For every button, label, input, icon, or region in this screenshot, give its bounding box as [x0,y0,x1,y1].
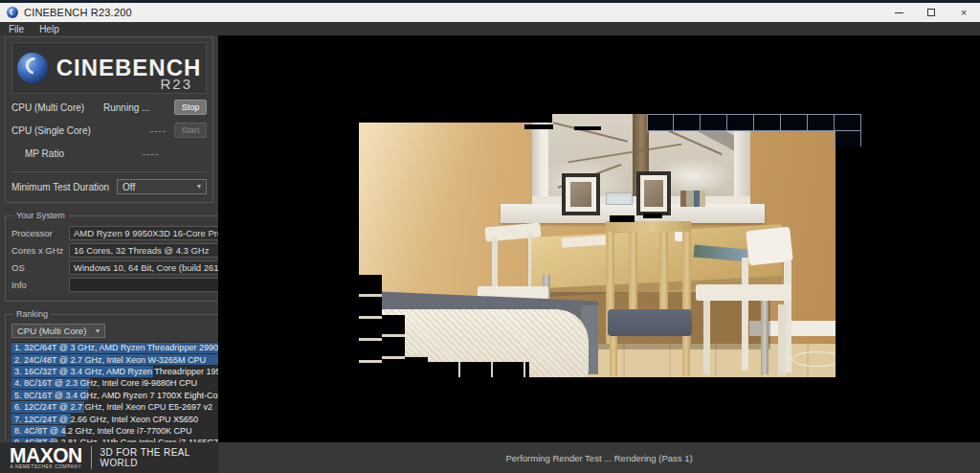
unrendered-tile-row [647,114,861,131]
single-core-row: CPU (Single Core) ---- Start [11,121,207,140]
unrendered-tile [781,114,808,131]
unrendered-tile [701,114,727,131]
maxon-brand: MAXON [10,446,82,466]
multi-core-row: CPU (Multi Core) Running ... Stop [11,98,207,117]
maximize-icon [927,9,935,16]
render-viewport [218,35,980,442]
render-preview [359,114,861,377]
ranking-row-label: 3. 16C/32T @ 3.4 GHz, AMD Ryzen Threadri… [14,367,234,376]
single-core-label: CPU (Single Core) [11,125,103,136]
maxon-footer: MAXON A NEMETSCHEK COMPANY 3D FOR THE RE… [0,442,218,473]
unrendered-tile [727,114,754,131]
close-button[interactable]: × [947,3,980,22]
stop-button[interactable]: Stop [174,100,207,115]
your-system-legend: Your System [13,211,68,220]
mp-ratio-value: ---- [143,148,159,159]
render-bucket-mark [524,124,553,129]
center-chair-leg [682,336,690,376]
duration-label: Minimum Test Duration [11,182,109,192]
unrendered-tile [754,114,781,131]
duration-value: Off [122,182,135,192]
mp-ratio-row: MP Ratio ---- [11,144,207,163]
ranking-row-label: 4. 8C/16T @ 2.3 GHz, Intel Core i9-9880H… [14,378,234,388]
unrendered-tiles-left [359,275,382,377]
tree-branch [553,122,628,142]
ranking-row-label: 5. 8C/16T @ 3.4 GHz, AMD Ryzen 7 1700X E… [14,391,234,400]
books [680,191,705,207]
multi-core-status: Running ... [103,102,149,113]
right-chair-post [742,258,748,371]
tree-branch [568,144,682,164]
window-title: CINEBENCH R23.200 [24,7,132,18]
info-label: Info [11,280,69,290]
center-chair-cushion [608,309,692,336]
center-chair-top-rail [606,221,691,232]
processor-label: Processor [11,228,69,238]
maximize-button[interactable] [915,3,947,22]
menu-bar: File Help [0,22,980,35]
render-bucket-mark [643,214,662,218]
center-chair-leg [610,336,617,376]
menu-item-help[interactable]: Help [39,24,59,34]
ranking-row-label: 1. 32C/64T @ 3 GHz, AMD Ryzen Threadripp… [14,343,234,352]
cores-label: Cores x GHz [11,245,69,256]
render-bucket-mark [574,126,601,130]
window-controls: × [882,3,980,22]
footer-tagline: 3D FOR THE REAL WORLD [100,447,218,468]
start-button[interactable]: Start [174,123,207,138]
left-chair [492,236,498,292]
center-chair-slat [659,232,668,314]
maxon-logo: MAXON A NEMETSCHEK COMPANY [10,446,82,469]
photo [644,180,663,207]
minimize-button[interactable] [882,3,915,22]
right-chair-back [746,227,793,266]
benchmark-controls-box: CINEBENCH R23 CPU (Multi Core) Running .… [5,36,213,203]
ranking-row-label: 8. 4C/8T @ 4.2 GHz, Intel Core i7-7700K … [14,426,234,436]
right-chair-seat [696,284,791,301]
status-bar: Performing Render Test ... Rendering (Pa… [218,442,980,473]
status-text: Performing Render Test ... Rendering (Pa… [505,453,692,463]
picture-frame [636,171,671,215]
brand-version: R23 [160,76,192,92]
os-label: OS [11,262,69,273]
unrendered-tile [808,114,835,131]
ranking-row-label: 6. 12C/24T @ 2.7 GHz, Intel Xeon CPU E5-… [14,402,234,412]
title-bar: CINEBENCH R23.200 × [0,3,980,22]
duration-row: Minimum Test Duration Off ▾ [11,179,207,194]
unrendered-strip [359,114,552,123]
app-icon [7,7,18,18]
cinema4d-icon [17,53,48,83]
unrendered-tile [647,114,674,131]
sidebar: CINEBENCH R23 CPU (Multi Core) Running .… [0,35,218,442]
unrendered-column [835,146,861,377]
right-chair-leg [703,301,710,375]
unrendered-tile [405,355,428,377]
unrendered-tiles-left [382,315,405,377]
picture-frame [562,173,600,215]
unrendered-tile [674,114,701,131]
chevron-down-icon: ▾ [197,183,201,191]
multi-core-label: CPU (Multi Core) [11,102,103,113]
unrendered-bottom-strip [428,362,529,377]
single-core-value: ---- [150,125,167,136]
ranking-filter-select[interactable]: CPU (Multi Core) ▾ [11,324,105,338]
center-chair-slat [629,232,637,314]
duration-select[interactable]: Off ▾ [117,179,207,194]
unrendered-tile [835,114,861,131]
glass-box [606,192,633,205]
mp-ratio-label: MP Ratio [11,148,103,159]
footer-divider [91,446,92,469]
chevron-down-icon: ▾ [96,327,100,335]
cinebench-logo: CINEBENCH R23 [11,42,207,94]
ranking-legend: Ranking [13,309,51,319]
photo [570,182,591,207]
right-chair-leg [778,304,786,375]
ranking-row-label: 2. 24C/48T @ 2.7 GHz, Intel Xeon W-3265M… [14,355,234,365]
ranking-row-label: 7. 12C/24T @ 2.66 GHz, Intel Xeon CPU X5… [14,415,234,424]
ranking-filter-value: CPU (Multi Core) [17,326,86,336]
menu-item-file[interactable]: File [9,24,24,34]
divider [11,171,207,172]
minimize-icon [895,12,903,13]
unrendered-tile [835,130,861,147]
render-bucket-mark [610,215,635,222]
